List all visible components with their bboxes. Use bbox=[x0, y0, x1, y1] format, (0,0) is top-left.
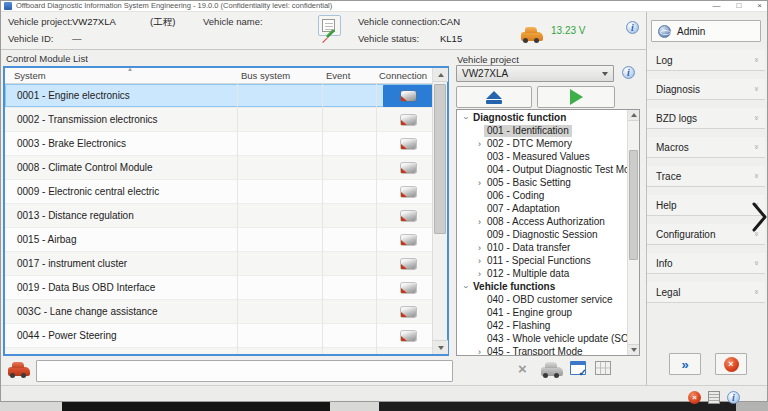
expand-chevron-icon[interactable]: » bbox=[751, 116, 761, 120]
column-header-bus-system[interactable]: Bus system bbox=[241, 70, 290, 81]
tree-item[interactable]: 007 - Adaptation bbox=[457, 202, 627, 215]
tree-item[interactable]: ›002 - DTC Memory bbox=[457, 137, 627, 150]
table-row[interactable]: 0019 - Data Bus OBD Interface bbox=[5, 276, 432, 300]
chevron-right-icon[interactable]: › bbox=[475, 243, 484, 253]
scroll-down-icon[interactable] bbox=[433, 340, 448, 354]
tree-scrollbar[interactable] bbox=[627, 110, 639, 355]
expand-chevron-icon[interactable]: » bbox=[751, 174, 761, 178]
sidebar-item-macros[interactable]: Macros» bbox=[647, 137, 765, 158]
chevron-down-icon[interactable]: › bbox=[461, 113, 471, 122]
admin-button[interactable]: Admin bbox=[651, 20, 761, 42]
tree-item[interactable]: ›005 - Basic Setting bbox=[457, 176, 627, 189]
expand-chevron-icon[interactable]: » bbox=[751, 261, 761, 265]
tree-item[interactable]: 043 - Whole vehicle update (SOD) bbox=[457, 332, 627, 345]
sidebar-item-info[interactable]: Info» bbox=[647, 253, 765, 274]
scroll-up-icon[interactable] bbox=[628, 110, 640, 121]
tree-group[interactable]: ›Vehicle functions bbox=[457, 280, 627, 293]
expand-chevron-icon[interactable]: » bbox=[751, 145, 761, 149]
table-row[interactable]: 003C - Lane change assistance bbox=[5, 300, 432, 324]
edit-vehicle-name-button[interactable] bbox=[318, 15, 341, 36]
sidebar-item-help[interactable]: Help» bbox=[647, 195, 765, 216]
table-row[interactable]: 0002 - Transmission electronics bbox=[5, 108, 432, 132]
table-row[interactable]: 0047 - Sound system bbox=[5, 348, 432, 354]
scrollbar-thumb[interactable] bbox=[434, 84, 446, 234]
tray-info-icon[interactable]: i bbox=[727, 391, 740, 404]
scroll-down-icon[interactable] bbox=[628, 344, 640, 355]
expand-chevron-icon[interactable]: » bbox=[751, 290, 761, 294]
vehicle-project-select[interactable]: VW27XLA bbox=[456, 65, 614, 82]
tree-item[interactable]: 040 - OBD customer service bbox=[457, 293, 627, 306]
tray-certificate-icon[interactable] bbox=[708, 391, 720, 404]
sidebar-item-log[interactable]: Log» bbox=[647, 50, 765, 71]
connection-cell[interactable] bbox=[384, 138, 432, 150]
connection-cell[interactable] bbox=[384, 186, 432, 198]
table-row[interactable]: 0009 - Electronic central electric bbox=[5, 180, 432, 204]
connection-cell[interactable] bbox=[384, 162, 432, 174]
chevron-right-icon[interactable]: › bbox=[475, 178, 484, 188]
minimize-button[interactable]: — bbox=[712, 0, 720, 11]
table-row[interactable]: 0003 - Brake Electronics bbox=[5, 132, 432, 156]
sidebar-item-trace[interactable]: Trace» bbox=[647, 166, 765, 187]
disconnect-button[interactable] bbox=[456, 86, 532, 108]
connection-cell[interactable] bbox=[384, 258, 432, 270]
tools-icon[interactable]: × bbox=[518, 360, 527, 378]
column-header-system[interactable]: System bbox=[14, 70, 46, 81]
maximize-button[interactable]: □ bbox=[736, 0, 741, 11]
tree-group[interactable]: ›Diagnostic function bbox=[457, 111, 627, 124]
column-header-connection[interactable]: Connection bbox=[379, 70, 427, 81]
connection-cell[interactable] bbox=[384, 282, 432, 294]
chevron-right-icon[interactable]: › bbox=[475, 269, 484, 279]
connection-cell[interactable] bbox=[384, 234, 432, 246]
connection-cell[interactable] bbox=[384, 114, 432, 126]
tree-item[interactable]: ›008 - Access Authorization bbox=[457, 215, 627, 228]
expand-chevron-icon[interactable]: » bbox=[751, 58, 761, 62]
info-icon[interactable]: i bbox=[626, 21, 639, 34]
sidebar-item-bzd-logs[interactable]: BZD logs» bbox=[647, 108, 765, 129]
scroll-up-icon[interactable] bbox=[433, 68, 448, 82]
table-row[interactable]: 0017 - instrument cluster bbox=[5, 252, 432, 276]
tray-close-icon[interactable]: × bbox=[688, 391, 701, 404]
car-tool-icon[interactable] bbox=[541, 367, 563, 376]
tree-item[interactable]: ›012 - Multiple data bbox=[457, 267, 627, 280]
tree-item[interactable]: ›010 - Data transfer bbox=[457, 241, 627, 254]
tree-item[interactable]: ›011 - Special Functions bbox=[457, 254, 627, 267]
table-row[interactable]: 0008 - Climate Control Module bbox=[5, 156, 432, 180]
connection-cell[interactable] bbox=[383, 85, 432, 107]
table-scrollbar[interactable] bbox=[432, 68, 447, 354]
chevron-down-icon[interactable]: › bbox=[461, 282, 471, 291]
connection-cell[interactable] bbox=[384, 306, 432, 318]
tree-item[interactable]: 004 - Output Diagnostic Test Mode bbox=[457, 163, 627, 176]
chevron-right-icon[interactable]: › bbox=[475, 256, 484, 266]
table-row[interactable]: 0044 - Power Steering bbox=[5, 324, 432, 348]
column-header-event[interactable]: Event bbox=[326, 70, 350, 81]
sidebar-item-configuration[interactable]: Configuration» bbox=[647, 224, 765, 245]
tree-item[interactable]: 001 - Identification bbox=[457, 124, 627, 137]
chevron-right-icon[interactable]: › bbox=[475, 217, 484, 227]
status-input[interactable] bbox=[36, 360, 453, 382]
close-button[interactable]: × bbox=[757, 0, 762, 11]
chevron-right-icon[interactable]: › bbox=[475, 347, 484, 356]
tree-item[interactable]: ›045 - Transport Mode bbox=[457, 345, 627, 355]
scrollbar-thumb[interactable] bbox=[629, 150, 638, 260]
sidebar-item-diagnosis[interactable]: Diagnosis» bbox=[647, 79, 765, 100]
table-row[interactable]: 0013 - Distance regulation bbox=[5, 204, 432, 228]
table-row[interactable]: 0015 - Airbag bbox=[5, 228, 432, 252]
expand-chevron-icon[interactable]: » bbox=[751, 87, 761, 91]
tree-item[interactable]: 006 - Coding bbox=[457, 189, 627, 202]
connection-cell[interactable] bbox=[384, 210, 432, 222]
tree-item[interactable]: 041 - Engine group bbox=[457, 306, 627, 319]
tree-item[interactable]: 042 - Flashing bbox=[457, 319, 627, 332]
chevron-right-icon[interactable]: › bbox=[475, 139, 484, 149]
exit-button[interactable]: × bbox=[715, 353, 747, 375]
grid-view-icon[interactable] bbox=[595, 361, 611, 375]
connection-cell[interactable] bbox=[384, 330, 432, 342]
sidebar-item-legal[interactable]: Legal» bbox=[647, 282, 765, 303]
start-diagnosis-button[interactable] bbox=[537, 86, 615, 108]
tree-item[interactable]: 003 - Measured Values bbox=[457, 150, 627, 163]
table-row[interactable]: 0001 - Engine electronics bbox=[5, 84, 432, 108]
more-button[interactable]: » bbox=[669, 353, 701, 375]
project-info-icon[interactable]: i bbox=[622, 66, 635, 79]
panel-expand-arrow-icon[interactable] bbox=[751, 202, 768, 236]
tree-item[interactable]: 009 - Diagnostic Session bbox=[457, 228, 627, 241]
window-check-icon[interactable]: ✓ bbox=[570, 361, 586, 375]
